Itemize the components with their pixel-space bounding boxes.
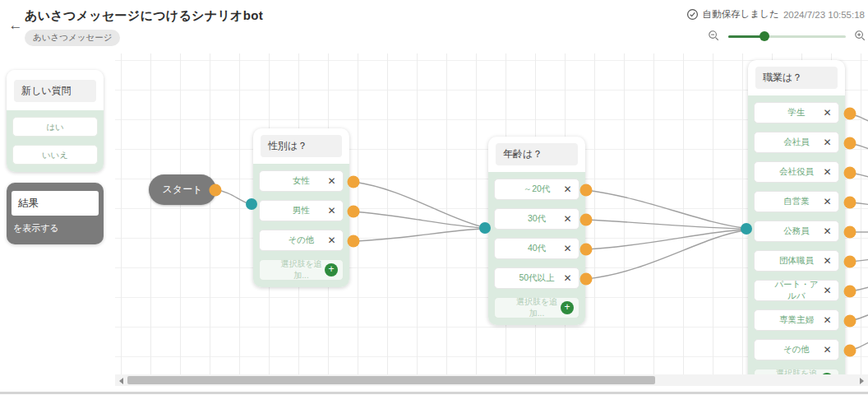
option-label: 自営業 [771, 196, 822, 207]
question-input[interactable]: 性別は？ [261, 135, 342, 157]
palette-option-no[interactable]: いいえ [12, 145, 98, 165]
zoom-in-icon[interactable] [854, 30, 866, 42]
question-input[interactable]: 職業は？ [755, 67, 838, 89]
option-label: 会社員 [771, 137, 822, 148]
add-option-placeholder: 選択肢を追加... [513, 296, 561, 319]
node-header: 職業は？ [748, 60, 845, 95]
remove-option-icon[interactable]: ✕ [822, 280, 833, 301]
remove-option-icon[interactable]: ✕ [562, 238, 573, 259]
remove-option-icon[interactable]: ✕ [326, 230, 337, 251]
output-port [844, 137, 856, 150]
output-port [844, 345, 856, 357]
node-options: 学生 ✕ 会社員 ✕ 会社役員 ✕ 自営業 ✕ 公務員 ✕ 団体職員 ✕ [748, 95, 845, 374]
output-port [844, 315, 856, 328]
palette-result-card[interactable]: 結果 を表示する [7, 183, 104, 244]
title-block: あいさつメッセージにつけるシナリオbot あいさつメッセージ [25, 8, 263, 46]
option-row[interactable]: 会社員 ✕ [754, 132, 839, 153]
page-title: あいさつメッセージにつけるシナリオbot [25, 8, 263, 24]
option-row[interactable]: 50代以上 ✕ [494, 267, 579, 289]
option-row[interactable]: その他 ✕ [259, 230, 344, 251]
option-label: 専業主婦 [771, 314, 822, 326]
option-row[interactable]: 男性 ✕ [259, 200, 344, 221]
remove-option-icon[interactable]: ✕ [326, 200, 337, 221]
autosave-timestamp: 2024/7/23 10:55:18 [783, 10, 865, 20]
remove-option-icon[interactable]: ✕ [326, 170, 337, 192]
option-row[interactable]: 女性 ✕ [259, 170, 344, 192]
remove-option-icon[interactable]: ✕ [822, 250, 833, 272]
option-row[interactable]: 学生 ✕ [754, 102, 839, 123]
question-node-job[interactable]: 職業は？ 学生 ✕ 会社員 ✕ 会社役員 ✕ 自営業 ✕ 公務員 ✕ [748, 60, 845, 374]
add-option-placeholder: 選択肢を追加... [278, 258, 325, 281]
flow-canvas[interactable]: スタート 性別は？ 女性 ✕ 男性 ✕ その他 ✕ 選択肢を追加... + [115, 53, 868, 374]
zoom-slider-thumb[interactable] [760, 31, 769, 41]
output-port [844, 226, 856, 239]
horizontal-scrollbar[interactable] [115, 374, 868, 386]
add-option-placeholder: 選択肢を追加... [773, 368, 820, 374]
result-title-input[interactable]: 結果 [12, 191, 99, 216]
palette-new-question-card[interactable]: 新しい質問 はい いいえ [7, 70, 104, 172]
result-suffix-label: を表示する [12, 222, 99, 235]
remove-option-icon[interactable]: ✕ [822, 309, 833, 331]
palette-option-yes[interactable]: はい [12, 117, 98, 137]
output-port [844, 256, 856, 268]
option-label: 40代 [511, 243, 562, 254]
option-label: 女性 [276, 175, 326, 187]
remove-option-icon[interactable]: ✕ [562, 267, 573, 289]
remove-option-icon[interactable]: ✕ [822, 102, 833, 123]
option-row[interactable]: 会社役員 ✕ [754, 161, 839, 183]
add-option-row[interactable]: 選択肢を追加... + [259, 259, 344, 281]
add-option-row[interactable]: 選択肢を追加... + [494, 297, 579, 318]
node-header: 性別は？ [253, 128, 349, 164]
autosave-label: 自動保存しました [703, 8, 779, 21]
remove-option-icon[interactable]: ✕ [822, 221, 833, 242]
autosave-status: 自動保存しました 2024/7/23 10:55:18 [686, 8, 865, 21]
question-node-gender[interactable]: 性別は？ 女性 ✕ 男性 ✕ その他 ✕ 選択肢を追加... + [253, 128, 349, 287]
zoom-out-icon[interactable] [708, 30, 720, 42]
option-label: 会社役員 [771, 166, 822, 178]
window-bottom-divider [0, 392, 868, 394]
remove-option-icon[interactable]: ✕ [562, 208, 573, 230]
scrollbar-thumb[interactable] [127, 376, 655, 384]
option-row[interactable]: ～20代 ✕ [494, 179, 579, 200]
question-input[interactable]: 年齢は？ [496, 143, 578, 165]
zoom-slider[interactable] [728, 30, 846, 42]
back-button[interactable]: ← [7, 16, 25, 35]
add-option-row[interactable]: 選択肢を追加... + [754, 369, 839, 374]
new-question-header: 新しい質問 [7, 70, 104, 110]
option-row[interactable]: パート・アルバ ✕ [754, 280, 839, 301]
start-node[interactable]: スタート [149, 174, 216, 205]
option-row[interactable]: 自営業 ✕ [754, 191, 839, 212]
add-option-icon[interactable]: + [325, 263, 338, 276]
option-row[interactable]: 専業主婦 ✕ [754, 309, 839, 331]
option-row[interactable]: 30代 ✕ [494, 208, 579, 230]
remove-option-icon[interactable]: ✕ [822, 339, 833, 360]
remove-option-icon[interactable]: ✕ [822, 132, 833, 153]
scroll-right-icon[interactable] [860, 378, 864, 384]
option-row[interactable]: 団体職員 ✕ [754, 250, 839, 272]
remove-option-icon[interactable]: ✕ [822, 161, 833, 183]
check-circle-icon [686, 8, 699, 21]
node-header: 年齢は？ [488, 137, 585, 172]
question-node-age[interactable]: 年齢は？ ～20代 ✕ 30代 ✕ 40代 ✕ 50代以上 ✕ 選択肢を追加..… [488, 137, 585, 325]
option-label: 50代以上 [511, 272, 562, 284]
option-label: 学生 [771, 107, 822, 118]
option-label: その他 [276, 235, 326, 246]
new-question-title-input[interactable]: 新しい質問 [14, 80, 96, 102]
option-row[interactable]: 40代 ✕ [494, 238, 579, 259]
output-port [844, 197, 856, 209]
option-label: 30代 [511, 213, 562, 225]
output-port [844, 108, 856, 120]
option-label: 団体職員 [771, 255, 822, 267]
remove-option-icon[interactable]: ✕ [562, 179, 573, 200]
option-label: パート・アルバ [771, 279, 822, 302]
remove-option-icon[interactable]: ✕ [822, 191, 833, 212]
option-row[interactable]: 公務員 ✕ [754, 221, 839, 242]
node-options: ～20代 ✕ 30代 ✕ 40代 ✕ 50代以上 ✕ 選択肢を追加... + [488, 172, 585, 325]
option-row[interactable]: その他 ✕ [754, 339, 839, 360]
scroll-left-icon[interactable] [119, 378, 123, 384]
add-option-icon[interactable]: + [561, 301, 574, 314]
option-label: 公務員 [771, 225, 822, 237]
app-header: ← あいさつメッセージにつけるシナリオbot あいさつメッセージ 自動保存しまし… [0, 0, 868, 53]
option-label: その他 [771, 344, 822, 356]
node-options: 女性 ✕ 男性 ✕ その他 ✕ 選択肢を追加... + [253, 164, 349, 287]
